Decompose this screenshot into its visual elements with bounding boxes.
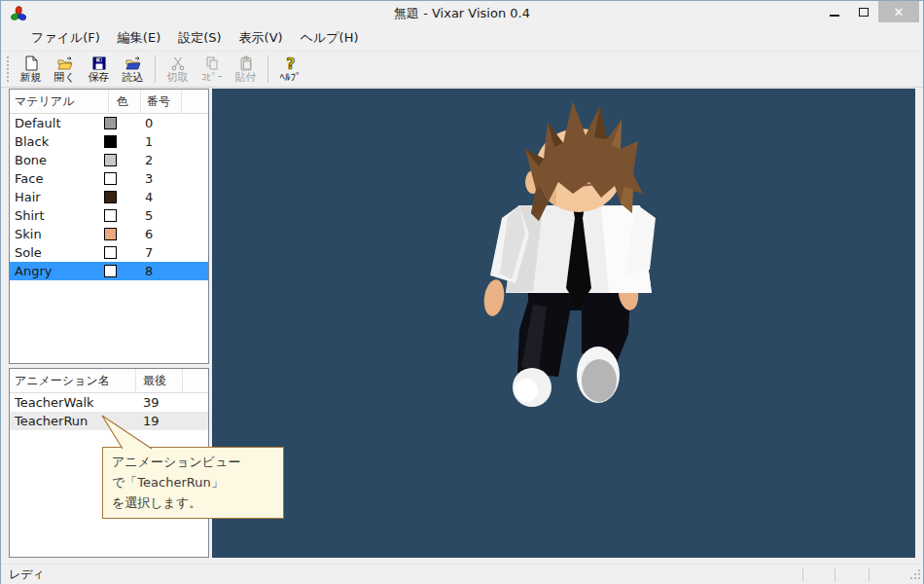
new-button-label: 新規 xyxy=(20,72,42,84)
column-header-number[interactable]: 番号 xyxy=(141,90,182,113)
cut-button[interactable]: 切取 xyxy=(161,53,194,86)
material-name: Shirt xyxy=(10,208,104,223)
materials-panel: マテリアル 色 番号 Default 0 Black 1 Bone 2 Face xyxy=(9,89,209,364)
material-name: Sole xyxy=(10,245,104,260)
menubar: ファイル(F) 編集(E) 設定(S) 表示(V) ヘルプ(H) xyxy=(1,25,923,51)
minimize-icon xyxy=(830,15,839,17)
material-number: 3 xyxy=(141,171,153,186)
column-header-material[interactable]: マテリアル xyxy=(10,90,109,113)
close-button[interactable]: ✕ xyxy=(878,1,919,22)
material-name: Bone xyxy=(10,153,104,167)
resize-grip[interactable] xyxy=(908,566,922,582)
new-document-icon xyxy=(23,55,39,71)
material-color-cell xyxy=(104,172,141,185)
column-header-color[interactable]: 色 xyxy=(109,90,141,113)
material-color-cell xyxy=(104,228,141,240)
material-row-shirt[interactable]: Shirt 5 xyxy=(10,206,208,225)
material-name: Face xyxy=(10,171,104,186)
new-button[interactable]: 新規 xyxy=(15,53,47,86)
material-row-bone[interactable]: Bone 2 xyxy=(10,151,208,169)
material-row-face[interactable]: Face 3 xyxy=(10,169,208,188)
material-number: 4 xyxy=(141,190,153,204)
material-number: 8 xyxy=(141,264,153,278)
help-button[interactable]: ? ﾍﾙﾌﾟ xyxy=(274,53,306,86)
color-swatch xyxy=(104,191,117,203)
copy-button[interactable]: ｺﾋﾟｰ xyxy=(195,53,228,86)
material-number: 0 xyxy=(141,116,153,130)
paste-clipboard-icon xyxy=(238,55,254,71)
import-button[interactable]: 読込 xyxy=(117,53,149,86)
save-button[interactable]: 保存 xyxy=(83,53,115,86)
material-row-sole[interactable]: Sole 7 xyxy=(10,243,208,262)
app-window: 無題 - Vixar Vision 0.4 ✕ ファイル(F) 編集(E) 設定… xyxy=(0,0,924,584)
material-color-cell xyxy=(104,117,141,129)
open-button-label: 開く xyxy=(53,72,75,84)
minimize-button[interactable] xyxy=(820,1,849,22)
maximize-button[interactable] xyxy=(849,1,878,22)
toolbar: 新規 開く 保存 読込 xyxy=(1,51,923,88)
open-folder-icon xyxy=(57,55,73,71)
animation-row-teacherwalk[interactable]: TeacherWalk 39 xyxy=(10,393,208,412)
help-button-label: ﾍﾙﾌﾟ xyxy=(280,72,302,84)
material-row-angry[interactable]: Angry 8 xyxy=(10,262,208,280)
material-row-hair[interactable]: Hair 4 xyxy=(10,188,208,206)
menu-edit[interactable]: 編集(E) xyxy=(109,25,169,51)
material-name: Black xyxy=(10,134,104,149)
color-swatch xyxy=(104,228,117,240)
material-color-cell xyxy=(104,191,141,203)
color-swatch xyxy=(104,265,117,277)
material-name: Angry xyxy=(10,264,104,278)
animations-header: アニメーション名 最後 xyxy=(10,369,208,393)
color-swatch xyxy=(104,154,117,166)
status-message: レディ xyxy=(1,566,802,583)
menu-settings[interactable]: 設定(S) xyxy=(169,25,230,51)
material-row-skin[interactable]: Skin 6 xyxy=(10,225,208,243)
window-controls: ✕ xyxy=(820,1,919,22)
material-name: Skin xyxy=(10,227,104,241)
cut-scissors-icon xyxy=(170,55,186,71)
save-button-label: 保存 xyxy=(89,72,110,84)
color-swatch xyxy=(104,117,117,129)
titlebar: 無題 - Vixar Vision 0.4 ✕ xyxy=(1,1,923,25)
import-folder-icon xyxy=(125,55,141,71)
color-swatch xyxy=(104,172,117,185)
material-number: 5 xyxy=(141,208,153,223)
toolbar-separator xyxy=(155,55,156,83)
main-area: マテリアル 色 番号 Default 0 Black 1 Bone 2 Face xyxy=(1,88,923,564)
material-number: 2 xyxy=(141,153,153,167)
copy-button-label: ｺﾋﾟｰ xyxy=(201,72,223,84)
cut-button-label: 切取 xyxy=(167,72,189,84)
callout-tooltip: アニメーションビュー で「TeacherRun」 を選択します。 xyxy=(102,447,284,519)
column-header-animation-name[interactable]: アニメーション名 xyxy=(10,369,136,392)
status-separator xyxy=(835,567,835,582)
paste-button-label: 貼付 xyxy=(235,72,257,84)
material-name: Hair xyxy=(10,190,104,204)
callout-tail xyxy=(96,415,157,450)
material-color-cell xyxy=(104,209,141,222)
callout-line: アニメーションビュー xyxy=(112,452,274,472)
material-number: 1 xyxy=(141,134,153,149)
material-row-default[interactable]: Default 0 xyxy=(10,114,208,132)
3d-character-model xyxy=(212,89,915,558)
animation-last-frame: 39 xyxy=(138,395,160,410)
color-swatch xyxy=(104,135,117,148)
material-color-cell xyxy=(104,154,141,166)
color-swatch xyxy=(104,246,117,259)
status-separator xyxy=(802,567,803,582)
open-button[interactable]: 開く xyxy=(49,53,81,86)
callout-line: で「TeacherRun」 xyxy=(112,472,274,493)
statusbar: レディ xyxy=(1,564,923,584)
toolbar-grip[interactable] xyxy=(7,56,10,82)
window-title: 無題 - Vixar Vision 0.4 xyxy=(1,5,923,22)
copy-icon xyxy=(204,55,220,71)
menu-help[interactable]: ヘルプ(H) xyxy=(292,25,368,51)
paste-button[interactable]: 貼付 xyxy=(230,53,262,86)
column-header-last-frame[interactable]: 最後 xyxy=(136,369,183,392)
menu-view[interactable]: 表示(V) xyxy=(231,25,292,51)
save-floppy-icon xyxy=(91,55,107,71)
menu-file[interactable]: ファイル(F) xyxy=(22,25,109,51)
status-separator xyxy=(869,567,870,582)
material-row-black[interactable]: Black 1 xyxy=(10,132,208,151)
3d-viewport[interactable] xyxy=(212,89,915,558)
material-number: 7 xyxy=(141,245,153,260)
